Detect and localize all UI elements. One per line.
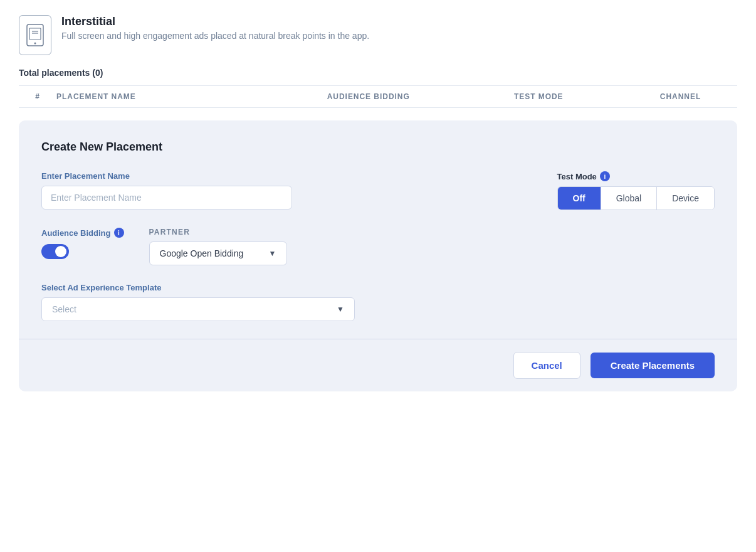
partner-label: PARTNER	[149, 228, 287, 236]
create-placements-button[interactable]: Create Placements	[591, 353, 715, 378]
total-placements-label: Total placements (0)	[19, 68, 737, 78]
card-footer: Cancel Create Placements	[41, 339, 715, 391]
svg-point-4	[34, 43, 36, 45]
placement-name-input[interactable]	[41, 186, 292, 210]
placement-name-label: Enter Placement Name	[41, 171, 292, 181]
partner-select-dropdown[interactable]: Google Open Bidding ▼	[149, 242, 287, 265]
page-header: Interstitial Full screen and high engage…	[19, 15, 737, 55]
test-mode-button-group: Off Global Device	[557, 186, 715, 210]
interstitial-icon	[19, 15, 51, 55]
test-mode-label: Test Mode i	[557, 171, 610, 181]
create-placement-card: Create New Placement Enter Placement Nam…	[19, 120, 737, 391]
page-description: Full screen and high engagement ads plac…	[61, 31, 369, 41]
create-card-title: Create New Placement	[41, 141, 715, 154]
template-select-placeholder: Select	[52, 304, 76, 314]
template-chevron-icon: ▼	[337, 305, 344, 314]
test-mode-off-button[interactable]: Off	[558, 187, 601, 210]
cancel-button[interactable]: Cancel	[513, 352, 580, 379]
col-test-mode: TEST MODE	[454, 92, 624, 101]
test-mode-info-icon[interactable]: i	[600, 171, 610, 181]
template-label: Select Ad Experience Template	[41, 283, 715, 292]
partner-chevron-icon: ▼	[269, 249, 276, 258]
template-select-dropdown[interactable]: Select ▼	[41, 297, 355, 321]
audience-bidding-info-icon[interactable]: i	[114, 228, 124, 238]
page-title: Interstitial	[61, 15, 369, 28]
audience-bidding-section: Audience Bidding i	[41, 228, 124, 259]
audience-bidding-toggle[interactable]	[41, 244, 69, 259]
test-mode-global-button[interactable]: Global	[601, 187, 657, 210]
toggle-slider	[41, 244, 69, 259]
placement-name-section: Enter Placement Name	[41, 171, 292, 210]
test-mode-section: Test Mode i Off Global Device	[557, 171, 715, 210]
col-audience-bidding: AUDIENCE BIDDING	[283, 92, 454, 101]
col-channel: CHANNEL	[624, 92, 737, 101]
header-text: Interstitial Full screen and high engage…	[61, 15, 369, 41]
form-middle-row: Audience Bidding i PARTNER Google Open B…	[41, 228, 715, 265]
partner-section: PARTNER Google Open Bidding ▼	[149, 228, 287, 265]
table-header: # PLACEMENT NAME AUDIENCE BIDDING TEST M…	[19, 85, 737, 108]
col-placement-name: PLACEMENT NAME	[56, 92, 283, 101]
test-mode-device-button[interactable]: Device	[657, 187, 714, 210]
partner-select-value: Google Open Bidding	[160, 248, 244, 258]
col-number: #	[19, 92, 56, 101]
audience-bidding-label: Audience Bidding i	[41, 228, 124, 238]
form-top-row: Enter Placement Name Test Mode i Off Glo…	[41, 171, 715, 210]
audience-bidding-toggle-wrapper	[41, 244, 124, 259]
form-template-row: Select Ad Experience Template Select ▼	[41, 283, 715, 321]
